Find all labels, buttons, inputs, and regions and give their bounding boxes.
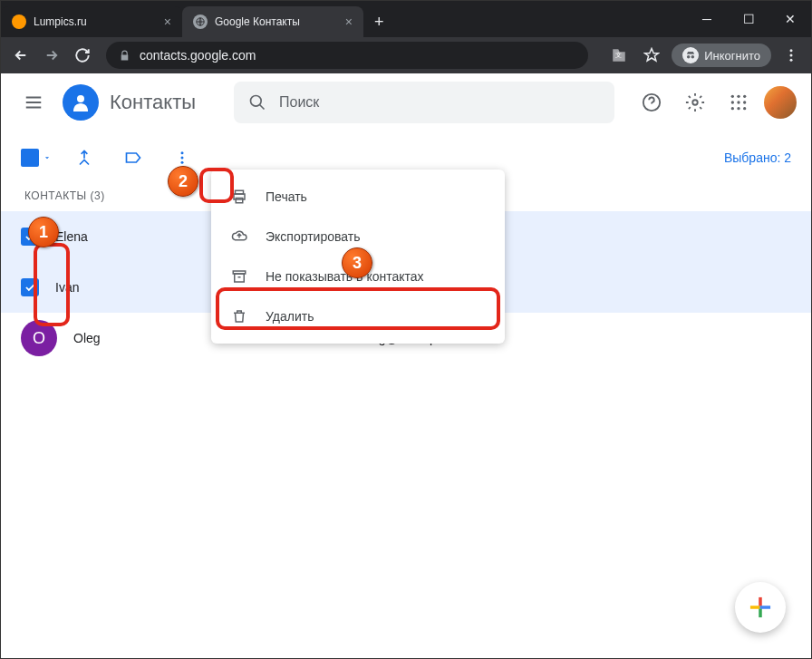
annotation-callout-1: 1 (28, 217, 59, 247)
forward-button[interactable] (39, 43, 64, 68)
search-input[interactable]: Поиск (234, 82, 614, 123)
svg-point-22 (181, 161, 184, 164)
window-controls: ─ ☐ ✕ (686, 1, 811, 37)
svg-point-13 (743, 95, 746, 98)
settings-button[interactable] (677, 84, 713, 121)
url-text: contacts.google.com (140, 48, 256, 63)
tab-title: Lumpics.ru (34, 15, 87, 28)
svg-point-10 (692, 100, 698, 105)
annotation-box-2 (199, 168, 234, 203)
svg-point-18 (737, 107, 740, 110)
incognito-chip[interactable]: Инкогнито (672, 44, 771, 67)
svg-point-3 (691, 55, 695, 59)
svg-point-2 (687, 55, 691, 59)
favicon-lumpics (12, 15, 26, 29)
minimize-button[interactable]: ─ (686, 1, 728, 37)
close-icon[interactable]: × (164, 15, 171, 29)
svg-text:文: 文 (615, 52, 622, 58)
browser-menu-button[interactable] (778, 43, 804, 68)
svg-point-21 (181, 157, 184, 160)
svg-point-6 (790, 59, 793, 62)
apps-grid-button[interactable] (720, 84, 757, 121)
back-button[interactable] (8, 43, 34, 68)
menu-label: Печать (266, 189, 307, 204)
menu-item-print[interactable]: Печать (211, 177, 505, 217)
selected-count-label: Выбрано: 2 (724, 150, 791, 165)
translate-icon[interactable]: 文 (606, 43, 632, 68)
close-window-button[interactable]: ✕ (769, 1, 811, 37)
incognito-label: Инкогнито (704, 49, 760, 63)
incognito-icon (682, 47, 699, 63)
url-input[interactable]: contacts.google.com (106, 42, 588, 69)
section-count: (3) (91, 189, 105, 202)
browser-tab-google-contacts[interactable]: Google Контакты × (182, 6, 363, 37)
menu-label: Экспортировать (266, 229, 360, 244)
svg-point-5 (790, 54, 793, 57)
avatar-initial: O (33, 329, 45, 348)
annotation-callout-3: 3 (342, 247, 372, 278)
svg-point-16 (743, 101, 746, 103)
annotation-box-3 (216, 287, 500, 330)
close-icon[interactable]: × (345, 15, 353, 29)
maximize-button[interactable]: ☐ (728, 1, 769, 37)
bookmark-icon[interactable] (639, 43, 664, 68)
svg-point-17 (731, 107, 734, 110)
lock-icon (119, 50, 130, 62)
annotation-callout-2: 2 (168, 166, 198, 197)
browser-tab-lumpics[interactable]: Lumpics.ru × (1, 6, 182, 37)
annotation-box-1 (34, 243, 70, 326)
search-icon (248, 93, 266, 111)
svg-point-19 (743, 107, 746, 110)
plus-icon (748, 595, 773, 620)
svg-point-4 (790, 49, 793, 52)
svg-point-8 (251, 96, 262, 107)
app-header: Контакты Поиск (1, 73, 811, 131)
search-placeholder: Поиск (279, 94, 319, 111)
svg-point-12 (737, 95, 740, 98)
svg-point-11 (731, 95, 734, 98)
reload-button[interactable] (70, 43, 95, 68)
section-label: Контакты (24, 189, 87, 202)
svg-point-14 (731, 101, 734, 103)
svg-point-20 (181, 151, 184, 154)
tab-title: Google Контакты (215, 15, 300, 28)
create-contact-fab[interactable] (735, 582, 786, 633)
new-tab-button[interactable]: + (363, 6, 395, 37)
browser-address-bar: contacts.google.com 文 Инкогнито (1, 37, 811, 73)
selection-dropdown[interactable] (21, 149, 52, 167)
help-button[interactable] (633, 84, 670, 121)
browser-titlebar: Lumpics.ru × Google Контакты × + ─ ☐ ✕ (1, 1, 811, 37)
favicon-globe (193, 15, 208, 29)
archive-icon (229, 268, 249, 285)
app-logo (63, 84, 99, 121)
hamburger-menu-button[interactable] (15, 84, 52, 121)
app-title: Контакты (110, 91, 196, 114)
user-avatar[interactable] (764, 86, 797, 119)
merge-button[interactable] (68, 141, 101, 174)
export-icon (229, 228, 249, 245)
svg-point-7 (77, 95, 84, 102)
svg-point-15 (737, 101, 740, 103)
label-button[interactable] (117, 141, 150, 174)
